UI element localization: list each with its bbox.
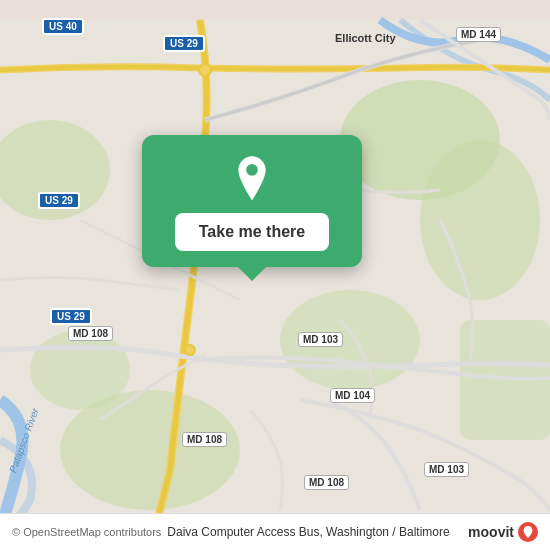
md108-bot2-label: MD 108 [304, 475, 349, 490]
md108-left-label: MD 108 [68, 326, 113, 341]
md103-bot-label: MD 103 [424, 462, 469, 477]
moovit-text: moovit [468, 524, 514, 540]
md103-mid-label: MD 103 [298, 332, 343, 347]
ellicott-city-label: Ellicott City [335, 32, 396, 44]
md108-bot1-label: MD 108 [182, 432, 227, 447]
us29-mid-label: US 29 [38, 192, 80, 209]
us40-label: US 40 [42, 18, 84, 35]
map-pin-icon [228, 155, 276, 203]
svg-point-5 [30, 330, 130, 410]
moovit-dot [518, 522, 538, 542]
place-name: Daiva Computer Access Bus, Washington / … [167, 525, 449, 539]
md144-label: MD 144 [456, 27, 501, 42]
copyright-text: © OpenStreetMap contributors [12, 526, 161, 538]
map-container: US 40 US 29 US 29 US 29 MD 108 MD 108 MD… [0, 0, 550, 550]
svg-point-2 [420, 140, 540, 300]
svg-point-11 [246, 164, 258, 176]
svg-point-10 [185, 345, 195, 355]
bottom-bar: © OpenStreetMap contributors Daiva Compu… [0, 513, 550, 550]
us29-bot-label: US 29 [50, 308, 92, 325]
us29-top-label: US 29 [163, 35, 205, 52]
md104-label: MD 104 [330, 388, 375, 403]
popup-card: Take me there [142, 135, 362, 267]
svg-point-9 [199, 64, 211, 76]
take-me-there-button[interactable]: Take me there [175, 213, 329, 251]
moovit-logo: moovit [468, 522, 538, 542]
